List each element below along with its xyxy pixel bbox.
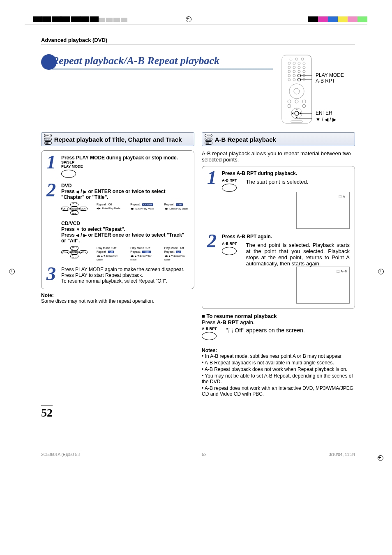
register-mark-bottom-icon [376,454,384,462]
right-steps-box: 1 Press A-B RPT during playback. A-B RPT… [202,166,355,309]
svg-point-23 [298,78,301,81]
disc-badges-left: DVDVCDCD [44,134,52,145]
svg-point-20 [293,78,295,81]
black-registration-blocks [33,16,99,22]
playmode-button-icon [61,170,76,178]
page-title: Repeat playback/A-B Repeat playback [52,55,219,67]
resume-header: To resume normal playback [202,313,355,319]
svg-marker-37 [292,112,293,115]
svg-point-2 [295,58,298,60]
svg-point-15 [303,70,305,73]
svg-point-27 [294,88,300,94]
svg-rect-0 [282,55,311,123]
svg-point-10 [298,66,300,69]
step-number-3: 3 [46,267,59,284]
osd-cd-row: SET+▲ CH–◀ENTER▶CH+ ▼SET– Play Mode : Of… [61,246,189,262]
svg-point-5 [293,62,295,64]
svg-point-11 [303,66,305,69]
svg-point-17 [293,74,295,77]
abrpt-button-icon: A-B RPT [222,179,237,192]
step1-text: Press PLAY MODE during playback or stop … [61,155,189,161]
remote-label-arrows: ▼ / ◀ / ▶ [316,117,336,122]
resume-line: Press A-B RPT again. [202,319,355,325]
disc-badges-right: DVDVCDCD [205,134,212,145]
footer-right: 3/10/04, 11:34 [329,452,355,457]
footer-mid: 52 [202,452,206,457]
osd-dvd-row: SET+▲ CH–◀ENTER▶CH+ ▼SET– Repeat : Off◀▶… [61,203,189,215]
register-mark-left-icon [7,267,16,275]
abrpt-button-icon: A-B RPT [222,242,237,267]
step-number-2-right: 2 [207,234,219,304]
step-number-1: 1 [46,155,59,178]
svg-rect-41 [291,121,302,122]
svg-point-12 [288,70,291,73]
rstep1-text: The start point is selected. [246,179,350,192]
svg-point-7 [303,62,305,64]
svg-point-3 [301,58,304,60]
svg-point-9 [293,66,295,69]
section-header: Advanced playback (DVD) [41,37,355,44]
step3-text: Press PLAY MODE again to make the screen… [61,267,189,284]
step-number-1-right: 1 [207,170,219,229]
step2-cdvcd-instruction2: Press / or ENTER once or twice to select… [61,232,189,244]
svg-point-34 [295,111,299,115]
step2-dvd-instruction: Press / or ENTER once or twice to select… [61,189,189,200]
step2-cdvcd-instruction1: Press to select "Repeat". [61,226,189,232]
svg-marker-36 [295,117,298,118]
color-registration-bar [308,16,367,22]
svg-point-29 [295,100,298,103]
gray-registration-blocks [99,18,128,22]
left-subhead: DVDVCDCD Repeat playback of Title, Chapt… [41,132,194,146]
register-mark-icon [184,15,192,23]
step-number-2: 2 [46,183,59,262]
right-intro: A-B repeat playback allows you to repeat… [202,150,355,163]
svg-point-13 [293,70,295,73]
right-arrow-icon [83,189,87,194]
svg-point-1 [290,58,292,60]
left-arrow-icon [76,189,79,194]
remote-label-abrpt: A-B RPT [316,78,335,84]
left-arrow-icon [76,232,79,238]
right-subhead: DVDVCDCD A-B Repeat playback [202,132,355,146]
page-title-bar: Repeat playback/A-B Repeat playback [41,54,273,70]
footer-left: 2C53601A (E)p50-53 [41,452,80,457]
register-mark-right-icon [376,267,385,275]
left-steps-box: 1 Press PLAY MODE during playback or sto… [41,150,194,289]
remote-label-enter: ENTER [316,110,332,116]
rstep1-head: Press A-B RPT during playback. [222,170,350,176]
resume-screen-text: "⬚ Off" appears on the screen. [226,327,305,334]
svg-point-8 [288,66,291,69]
rstep2-text: The end point is selected. Playback star… [246,242,350,267]
abrpt-button-icon: A-B RPT [202,327,217,340]
svg-point-31 [288,104,291,108]
print-registration-top [0,16,392,37]
svg-point-14 [298,70,300,73]
step2-cdvcd-label: CD/VCD [61,221,189,226]
svg-point-30 [302,100,306,103]
svg-point-32 [302,104,306,108]
step2-dvd-label: DVD [61,183,189,189]
remote-illustration: PLAY MODE A-B RPT ENTER ▼ / ◀ / ▶ [281,54,355,124]
remote-label-playmode: PLAY MODE [316,72,344,78]
rstep2-head: Press A-B RPT again. [222,234,350,240]
svg-marker-35 [295,108,298,110]
right-notes: Notes: In A-B repeat mode, subtitles nea… [202,348,355,397]
screen-ab-illustration: ⬚ A–B [296,267,350,304]
svg-point-19 [288,78,291,81]
screen-a-illustration: ⬚ A– [296,192,350,229]
svg-point-6 [298,62,300,64]
nav-pad-icon: SET+▲ CH–◀ENTER▶CH+ ▼SET– [61,246,88,258]
svg-point-16 [288,74,291,77]
svg-point-22 [298,74,301,77]
nav-pad-icon: SET+▲ CH–◀ENTER▶CH+ ▼SET– [61,203,88,215]
right-arrow-icon [83,232,87,238]
title-bullet-circle [41,54,57,70]
svg-point-26 [289,84,304,99]
page-number: 52 [41,405,53,419]
svg-point-28 [288,100,291,103]
down-arrow-icon [76,226,80,232]
svg-point-4 [288,62,291,64]
left-note: Note: Some discs may not work with the r… [41,292,194,304]
